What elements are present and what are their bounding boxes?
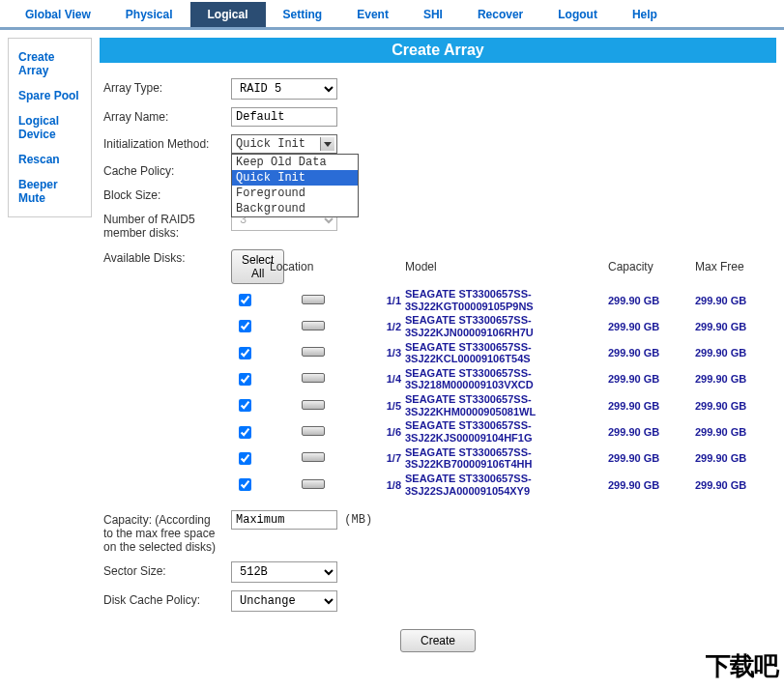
chevron-down-icon [324,142,332,147]
disk-max-free: 299.90 GB [695,295,772,306]
init-method-value: Quick Init [236,137,305,151]
init-method-listbox: Keep Old Data Quick Init Foreground Back… [231,154,359,217]
disk-location: 1/1 [357,295,405,306]
disk-location: 1/8 [357,479,405,491]
capacity-label: Capacity: (According to the max free spa… [103,510,219,554]
disk-max-free: 299.90 GB [695,400,772,412]
top-tabs: Global View Physical Logical Setting Eve… [0,0,784,30]
header-model: Model [405,258,608,275]
array-type-select[interactable]: RAID 5 [231,78,337,100]
tab-setting[interactable]: Setting [266,2,340,27]
header-capacity: Capacity [608,258,695,275]
disk-checkbox[interactable] [239,320,251,332]
disk-model[interactable]: SEAGATE ST3300657SS-3SJ218M000009103VXCD [405,367,608,391]
disk-checkbox[interactable] [239,399,251,412]
tab-logout[interactable]: Logout [540,2,615,27]
disk-capacity: 299.90 GB [608,479,695,491]
page-title: Create Array [100,38,776,63]
disk-location: 1/5 [357,400,405,412]
disk-max-free: 299.90 GB [695,321,772,332]
header-max-free: Max Free [695,258,772,275]
init-method-select[interactable]: Quick Init Keep Old Data Quick Init Fore… [231,134,337,154]
drive-icon [302,295,325,304]
disk-model[interactable]: SEAGATE ST3300657SS-3SJ22KJN00009106RH7U [405,314,608,338]
drive-icon [302,400,325,410]
array-name-label: Array Name: [103,107,219,124]
sidebar-item-spare-pool[interactable]: Spare Pool [9,83,91,108]
sector-size-select[interactable]: 512B [231,561,337,583]
tab-event[interactable]: Event [339,2,406,27]
disk-model[interactable]: SEAGATE ST3300657SS-3SJ22KCL00009106T54S [405,341,608,365]
tab-physical[interactable]: Physical [108,2,190,27]
disk-capacity: 299.90 GB [608,400,695,412]
disk-capacity: 299.90 GB [608,347,695,359]
disk-capacity: 299.90 GB [608,426,695,438]
drive-icon [302,321,325,330]
sidebar-item-beeper-mute[interactable]: Beeper Mute [9,172,91,211]
drive-icon [302,426,325,436]
disk-checkbox[interactable] [239,373,251,386]
disk-cache-policy-label: Disk Cache Policy: [103,590,219,607]
tab-global-view[interactable]: Global View [8,2,108,27]
drive-icon [302,479,325,489]
sidebar: Create Array Spare Pool Logical Device R… [8,38,92,217]
disk-max-free: 299.90 GB [695,373,772,385]
member-disks-label: Number of RAID5 member disks: [103,210,219,240]
drive-icon [302,347,325,357]
capacity-input[interactable] [231,510,337,530]
sidebar-item-create-array[interactable]: Create Array [9,44,91,83]
disk-checkbox[interactable] [239,452,251,465]
disk-max-free: 299.90 GB [695,479,772,491]
disk-checkbox[interactable] [239,426,251,439]
tab-recover[interactable]: Recover [460,2,540,27]
disk-max-free: 299.90 GB [695,426,772,438]
sidebar-item-logical-device[interactable]: Logical Device [9,108,91,147]
disk-cache-policy-select[interactable]: Unchange [231,590,337,612]
create-button[interactable]: Create [400,629,476,652]
option-background[interactable]: Background [232,201,358,216]
disk-location: 1/2 [357,321,405,332]
disk-checkbox[interactable] [239,294,251,306]
disk-location: 1/4 [357,373,405,385]
init-method-label: Initialization Method: [103,134,219,151]
disk-model[interactable]: SEAGATE ST3300657SS-3SJ22KJS00009104HF1G [405,419,608,444]
disk-capacity: 299.90 GB [608,373,695,385]
drive-icon [302,452,325,462]
option-keep-old-data[interactable]: Keep Old Data [232,155,358,170]
disk-location: 1/7 [357,452,405,464]
disk-model[interactable]: SEAGATE ST3300657SS-3SJ22KHM0000905081WL [405,393,608,417]
disk-checkbox[interactable] [239,478,251,491]
disk-model[interactable]: SEAGATE ST3300657SS-3SJ22KGT00009105P9NS [405,288,608,312]
tab-shi[interactable]: SHI [406,2,460,27]
tab-help[interactable]: Help [615,2,675,27]
disk-table: Select All Location Model Capacity Max F… [231,247,772,497]
option-foreground[interactable]: Foreground [232,186,358,201]
disk-max-free: 299.90 GB [695,347,772,359]
disk-model[interactable]: SEAGATE ST3300657SS-3SJ22KB700009106T4HH [405,446,608,471]
option-quick-init[interactable]: Quick Init [232,170,358,186]
disk-capacity: 299.90 GB [608,321,695,332]
main-panel: Create Array Array Type: RAID 5 Array Na… [100,38,776,660]
disk-location: 1/3 [357,347,405,359]
disk-model[interactable]: SEAGATE ST3300657SS-3SJ22SJA000091054XY9 [405,473,608,497]
sidebar-item-rescan[interactable]: Rescan [9,147,91,172]
disk-capacity: 299.90 GB [608,452,695,464]
disk-max-free: 299.90 GB [695,452,772,464]
array-type-label: Array Type: [103,78,219,95]
header-location: Location [270,258,357,275]
tab-logical[interactable]: Logical [190,2,266,27]
block-size-label: Block Size: [103,186,219,202]
sector-size-label: Sector Size: [103,561,219,578]
capacity-unit: (MB) [344,513,372,527]
watermark: 下载吧 [706,649,778,668]
available-disks-label: Available Disks: [103,247,219,265]
array-name-input[interactable] [231,107,337,127]
cache-policy-label: Cache Policy: [103,161,219,178]
disk-capacity: 299.90 GB [608,295,695,306]
disk-location: 1/6 [357,426,405,438]
disk-checkbox[interactable] [239,347,251,359]
drive-icon [302,373,325,383]
